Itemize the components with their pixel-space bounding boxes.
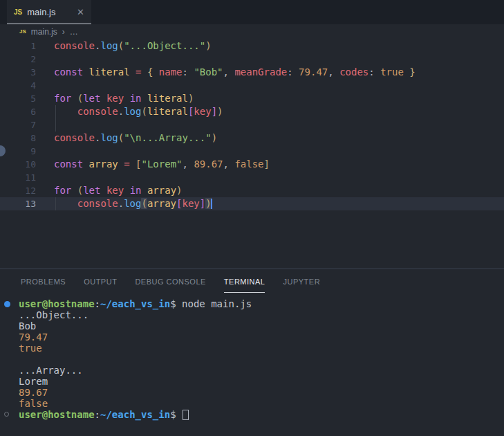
line-number[interactable]: 6 [0,105,40,118]
breadcrumb-item-file[interactable]: main.js [31,27,57,37]
code-line[interactable]: 3const literal = { name: "Bob", meanGrad… [0,66,504,79]
code-line[interactable]: 9 [0,145,504,158]
code-token: let [83,93,100,104]
terminal-token: user@hostname [19,409,95,420]
terminal[interactable]: user@hostname:~/each_vs_in$ node main.js… [0,293,504,436]
terminal-token: node main.js [176,298,252,309]
code-token: key [106,93,124,104]
code-text[interactable]: console.log("...Object...") [40,39,504,53]
terminal-line: ...Object... [0,309,504,320]
terminal-line: ...Array... [0,365,504,376]
terminal-line: Lorem [0,376,504,387]
panel-tab-problems[interactable]: PROBLEMS [21,269,66,293]
code-line[interactable]: 8console.log("\n...Array...") [0,131,504,145]
terminal-token: 79.47 [19,331,48,343]
code-token: , [223,66,235,78]
code-line[interactable]: 10const array = ["Lorem", 89.67, false] [0,158,504,171]
terminal-content: user@hostname:~/each_vs_in$ node main.js… [0,298,504,420]
terminal-line [0,354,504,365]
editor-tab-main-js[interactable]: JS main.js ✕ [7,0,91,24]
code-token: "\n...Array..." [124,132,211,143]
panel-tab-terminal[interactable]: TERMINAL [224,269,265,293]
line-number[interactable]: 10 [0,158,40,171]
breadcrumb-js-file-icon: JS [19,28,26,35]
code-token: : [287,66,299,78]
code-token: literal [89,66,130,78]
code-token: ) [212,132,217,143]
code-line[interactable]: 1console.log("...Object...") [0,39,504,53]
terminal-line: 79.47 [0,331,504,343]
line-number[interactable]: 3 [0,66,40,79]
code-text[interactable]: const array = ["Lorem", 89.67, false] [40,158,504,171]
code-token: true [380,66,404,78]
command-pending-circle-icon [4,412,9,417]
tab-close-icon[interactable]: ✕ [77,7,84,17]
code-text[interactable]: const literal = { name: "Bob", meanGrade… [40,66,504,79]
terminal-token: ...Object... [19,309,88,320]
terminal-token: ~/each_vs_in [100,409,170,420]
js-file-icon: JS [14,8,22,16]
terminal-token [176,409,182,420]
line-number[interactable]: 1 [0,39,40,53]
code-line[interactable]: 6 console.log(literal[key]) [0,105,504,118]
code-text[interactable]: for (let key in array) [40,184,504,197]
code-token: , [183,158,194,170]
code-text[interactable]: console.log(literal[key]) [40,105,504,118]
code-token [54,106,77,117]
terminal-token: $ [170,298,176,309]
line-number[interactable]: 12 [0,184,40,197]
code-line[interactable]: 11 [0,171,504,184]
command-ran-dot-icon [4,301,10,307]
code-token: console [77,198,118,209]
code-token: "Lorem" [142,158,183,170]
code-token: = [124,158,129,170]
terminal-line: Bob [0,320,504,331]
terminal-token: 89.67 [19,387,48,398]
code-text[interactable]: console.log("\n...Array...") [40,131,504,145]
breadcrumb-ellipsis[interactable]: … [70,27,78,37]
code-text[interactable]: for (let key in literal) [40,92,504,105]
code-token [124,93,129,104]
line-number[interactable]: 9 [0,145,40,158]
line-number[interactable]: 4 [0,79,40,92]
code-token: array [147,185,176,196]
panel-tab-jupyter[interactable]: JUPYTER [283,269,320,293]
line-number[interactable]: 2 [0,53,40,66]
code-line[interactable]: 13 console.log(array[key]) [0,197,504,210]
code-line[interactable]: 7 [0,118,504,131]
code-token: ) [176,185,182,196]
line-number[interactable]: 5 [0,92,40,105]
terminal-token: $ [170,409,176,420]
code-editor[interactable]: 1console.log("...Object...")23const lite… [0,39,504,269]
code-token [124,185,129,196]
code-text[interactable] [40,53,504,66]
code-text[interactable] [40,79,504,92]
code-line[interactable]: 5for (let key in literal) [0,92,504,105]
code-line[interactable]: 2 [0,53,504,66]
terminal-token: : [95,298,100,309]
code-text[interactable] [40,145,504,158]
code-line[interactable]: 4 [0,79,504,92]
code-token: key [106,185,124,196]
bottom-panel: PROBLEMSOUTPUTDEBUG CONSOLETERMINALJUPYT… [0,269,504,436]
panel-tab-debug-console[interactable]: DEBUG CONSOLE [135,269,205,293]
panel-tab-output[interactable]: OUTPUT [84,269,117,293]
line-number[interactable]: 7 [0,118,40,131]
editor-text-cursor [211,199,212,209]
code-text[interactable] [40,118,504,131]
code-token: ( [118,40,124,51]
line-number[interactable]: 11 [0,171,40,184]
code-line[interactable]: 12for (let key in array) [0,184,504,197]
code-token: ) [188,93,194,104]
code-text[interactable]: console.log(array[key]) [40,197,504,210]
code-token: log [100,132,118,143]
line-number[interactable]: 8 [0,131,40,145]
code-token [130,158,136,170]
tab-title: main.js [27,7,72,17]
code-token: [ [176,198,182,209]
code-token: ] [200,198,205,209]
code-token: ( [141,106,147,117]
line-number[interactable]: 13 [0,197,40,210]
code-text[interactable] [40,171,504,184]
code-token: 79.47 [299,66,328,78]
